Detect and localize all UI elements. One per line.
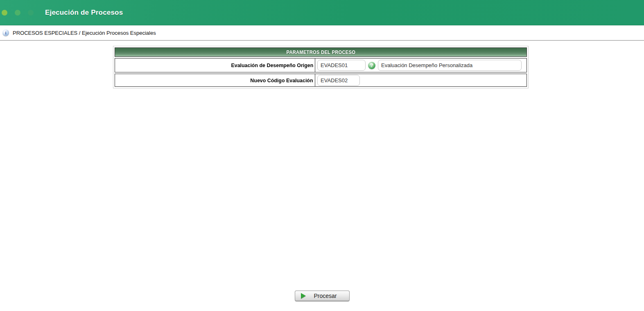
- page-title: Ejecución de Procesos: [45, 9, 123, 17]
- parameters-panel: PARAMETROS DEL PROCESO Evaluación de Des…: [113, 46, 529, 88]
- green-dot-icon: [28, 10, 34, 16]
- form-row-evaluacion-origen: Evaluación de Desempeño Origen ?: [115, 58, 527, 72]
- breadcrumb: PROCESOS ESPECIALES / Ejecución Procesos…: [13, 30, 156, 36]
- info-icon[interactable]: i: [2, 29, 9, 36]
- parameters-panel-title: PARAMETROS DEL PROCESO: [286, 49, 355, 55]
- procesar-button[interactable]: Procesar: [295, 291, 350, 301]
- nuevo-codigo-input[interactable]: [317, 75, 360, 86]
- app-header: Ejecución de Procesos: [0, 0, 644, 25]
- header-dots: [2, 10, 34, 16]
- field-input-cell: ?: [315, 59, 526, 72]
- evaluacion-origen-label: Evaluación de Desempeño Origen: [231, 62, 313, 68]
- field-label-cell: Nuevo Código Evaluación: [115, 74, 315, 86]
- field-input-cell: [315, 74, 526, 86]
- parameters-panel-header: PARAMETROS DEL PROCESO: [115, 47, 527, 57]
- evaluacion-origen-code-input[interactable]: [317, 60, 366, 71]
- field-label-cell: Evaluación de Desempeño Origen: [115, 59, 315, 72]
- procesar-button-label: Procesar: [314, 293, 337, 299]
- form-row-nuevo-codigo: Nuevo Código Evaluación: [115, 74, 527, 87]
- actions-bar: Procesar: [0, 291, 644, 301]
- green-dot-icon: [15, 10, 20, 16]
- lookup-help-icon[interactable]: ?: [368, 62, 375, 69]
- breadcrumb-bar: i PROCESOS ESPECIALES / Ejecución Proces…: [0, 25, 644, 41]
- play-icon: [301, 293, 306, 299]
- nuevo-codigo-label: Nuevo Código Evaluación: [251, 77, 313, 83]
- green-dot-icon: [2, 10, 7, 16]
- evaluacion-origen-description-input[interactable]: [378, 60, 522, 71]
